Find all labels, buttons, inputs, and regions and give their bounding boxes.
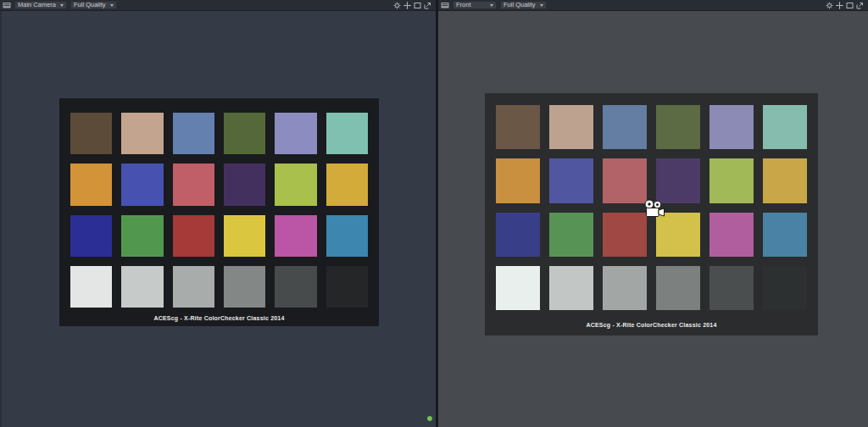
color-swatch: [603, 158, 647, 202]
movie-camera-cursor: [643, 199, 666, 221]
color-swatch: [326, 215, 368, 257]
quality-select[interactable]: Full Quality: [70, 1, 117, 9]
color-swatch: [173, 215, 214, 257]
camera-select-value: Front: [456, 1, 471, 9]
pan-icon[interactable]: [403, 2, 411, 9]
color-swatch: [709, 158, 754, 202]
swatch-grid: [70, 113, 368, 308]
chevron-down-icon: [540, 4, 543, 7]
quality-select-value: Full Quality: [504, 1, 536, 9]
color-swatch: [603, 105, 647, 149]
color-swatch: [173, 113, 214, 154]
color-swatch: [275, 215, 316, 257]
color-swatch: [496, 213, 540, 257]
viewport-menu-icon[interactable]: [3, 2, 11, 9]
chart-caption: ACEScg - X-Rite ColorChecker Classic 201…: [485, 322, 818, 328]
split-viewport: Main Camera Full Quality: [0, 0, 868, 427]
color-swatch: [70, 266, 112, 308]
viewport-right: Front Full Quality: [438, 0, 868, 427]
maximize-icon[interactable]: [856, 2, 864, 9]
color-swatch: [549, 213, 593, 257]
camera-select-value: Main Camera: [18, 1, 56, 9]
color-swatch: [656, 158, 700, 202]
camera-select[interactable]: Front: [453, 1, 497, 9]
viewport-left-header: Main Camera Full Quality: [0, 0, 436, 11]
viewport-right-header: Front Full Quality: [438, 0, 868, 11]
color-swatch: [70, 164, 112, 205]
color-swatch: [763, 158, 807, 202]
color-swatch: [121, 113, 163, 154]
chevron-down-icon: [490, 4, 493, 7]
color-swatch: [121, 164, 163, 205]
color-swatch: [121, 266, 163, 308]
chart-caption: ACEScg - X-Rite ColorChecker Classic 201…: [59, 315, 379, 321]
color-swatch: [70, 113, 112, 154]
quality-select-value: Full Quality: [74, 1, 106, 9]
viewport-left: Main Camera Full Quality: [0, 0, 436, 427]
frame-icon[interactable]: [846, 2, 854, 9]
color-swatch: [326, 266, 368, 308]
colorchecker-chart-left: ACEScg - X-Rite ColorChecker Classic 201…: [59, 98, 379, 326]
color-swatch: [326, 164, 368, 205]
color-swatch: [173, 266, 214, 308]
color-swatch: [656, 266, 700, 310]
color-swatch: [224, 215, 265, 257]
color-swatch: [70, 215, 112, 257]
color-swatch: [709, 266, 754, 310]
color-swatch: [496, 105, 540, 149]
color-swatch: [549, 105, 593, 149]
color-swatch: [709, 105, 754, 149]
color-swatch: [763, 105, 807, 149]
viewport-left-canvas[interactable]: ACEScg - X-Rite ColorChecker Classic 201…: [0, 11, 436, 427]
color-swatch: [121, 215, 163, 257]
status-indicator-dot: [427, 416, 432, 421]
camera-select[interactable]: Main Camera: [14, 1, 67, 9]
viewport-nav-icons: [826, 2, 865, 9]
chevron-down-icon: [110, 4, 114, 7]
viewport-nav-icons: [393, 2, 433, 9]
color-swatch: [549, 266, 593, 310]
color-swatch: [224, 164, 265, 205]
color-swatch: [224, 113, 265, 154]
color-swatch: [763, 213, 807, 257]
color-swatch: [656, 105, 700, 149]
maximize-icon[interactable]: [424, 2, 431, 9]
quality-select[interactable]: Full Quality: [500, 1, 547, 9]
color-swatch: [496, 266, 540, 310]
color-swatch: [709, 213, 754, 257]
color-swatch: [275, 113, 316, 154]
color-swatch: [603, 266, 647, 310]
viewport-right-canvas[interactable]: ACEScg - X-Rite ColorChecker Classic 201…: [438, 11, 868, 427]
color-swatch: [275, 266, 316, 308]
color-swatch: [326, 113, 368, 154]
pan-icon[interactable]: [836, 2, 843, 9]
color-swatch: [173, 164, 214, 205]
color-swatch: [549, 158, 593, 202]
color-swatch: [496, 158, 540, 202]
viewport-menu-icon[interactable]: [441, 2, 449, 9]
color-swatch: [275, 164, 316, 205]
color-swatch: [224, 266, 265, 308]
color-swatch: [603, 213, 647, 257]
frame-icon[interactable]: [414, 2, 421, 9]
gear-icon[interactable]: [393, 2, 401, 9]
chevron-down-icon: [60, 4, 64, 7]
color-swatch: [763, 266, 807, 310]
gear-icon[interactable]: [826, 2, 833, 9]
